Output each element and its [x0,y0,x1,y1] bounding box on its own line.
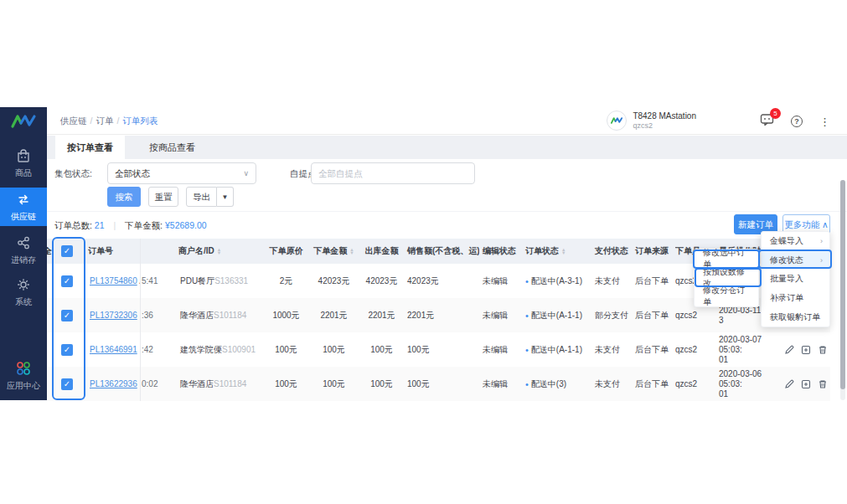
submenu-arrow-icon: › [820,256,823,265]
order-link[interactable]: PL13646991 [90,345,137,354]
copy-icon[interactable] [801,379,811,389]
breadcrumb: 供应链/订单/订单列表 [60,116,158,127]
table-row: ✓ PL13622936 0:02 隆华酒店S101184 100元 100元 … [47,367,830,401]
col-orig-price[interactable]: 下单原价 [262,239,310,264]
more-functions-menu: 金蝶导入› 修改状态› 批量导入 补录订单 获取银豹订单 [761,231,830,327]
table-row: ✓ PL13646991 :42 建筑学院傈S100901 100元 100元 … [47,332,830,367]
summary-row: 订单总数: 21 | 下单金额: ¥52689.00 [54,220,207,232]
package-status-select[interactable]: 全部状态 ∨ [107,162,256,184]
gear-icon [0,276,47,295]
col-outbound-amount[interactable]: 出库金额 [358,239,405,264]
menu-item-supplement-order[interactable]: 补录订单 [762,289,829,308]
sort-icon[interactable]: ▲▼ [217,248,221,255]
edit-icon[interactable] [784,345,794,355]
user-account: qzcs2 [633,121,696,130]
sort-icon[interactable]: ▲▼ [561,248,566,255]
sidebar-item-label: 进销存 [11,255,36,265]
row-checkbox[interactable]: ✓ [61,378,73,390]
sidebar-item-app-center[interactable]: 应用中心 [0,357,47,397]
status-dot: • [525,276,529,286]
col-sales[interactable]: 销售额(不含税、运) [405,239,479,264]
row-checkbox[interactable]: ✓ [61,310,73,321]
col-order-no[interactable]: 订单号 [88,239,141,264]
sidebar-item-inventory[interactable]: 进销存 [0,231,47,270]
package-status-value: 全部状态 [115,168,150,178]
reset-button[interactable]: 重置 [148,187,178,207]
col-order-time-clipped [141,239,178,264]
export-button[interactable]: 导出 [186,187,217,207]
sidebar: 商品 供应链 进销存 系统 [0,107,47,400]
order-link[interactable]: PL13622936 [90,379,137,388]
sidebar-item-goods[interactable]: 商品 [0,144,47,184]
order-time-clipped: :36 [141,298,178,332]
view-tabs: 按订单查看 按商品查看 [47,136,847,159]
order-link[interactable]: PL13754860 [90,276,137,285]
edit-icon[interactable] [784,379,794,389]
menu-item-fetch-pospal-orders[interactable]: 获取银豹订单 [762,307,829,327]
modify-status-submenu: 修改选中订单 按预设数修改 修改分仓订单 [694,249,759,307]
delete-icon[interactable] [818,379,828,389]
export-dropdown-caret[interactable]: ▼ [217,187,234,207]
app-window: 商品 供应链 进销存 系统 [0,107,847,400]
copy-icon[interactable] [801,345,811,355]
select-all-cell: 全 ✓ [47,239,88,264]
menu-item-kingdee-import[interactable]: 金蝶导入› [762,232,829,251]
order-total-label: 订单总数: [54,220,92,230]
top-icons: 5 ? ⋮ [760,113,830,130]
col-order-amount[interactable]: 下单金额▲▼ [310,239,358,264]
select-all-checkbox[interactable]: ✓ [61,245,73,257]
menu-item-batch-import[interactable]: 批量导入 [762,270,829,289]
tab-by-order[interactable]: 按订单查看 [55,136,125,159]
messages-button[interactable]: 5 [760,113,774,130]
row-checkbox[interactable]: ✓ [61,275,73,287]
breadcrumb-order-list: 订单列表 [122,116,158,126]
breadcrumb-order[interactable]: 订单 [96,116,113,126]
sidebar-item-label: 应用中心 [7,381,40,390]
col-edit-status[interactable]: 编辑状态 [479,239,523,264]
kebab-menu-icon[interactable]: ⋮ [819,116,830,128]
sort-icon[interactable]: ▲▼ [349,248,354,255]
scrollbar-thumb[interactable] [840,180,845,389]
app-center-circles-icon [0,360,47,378]
col-merchant[interactable]: 商户名/ID▲▼ [178,239,262,264]
status-dot: • [525,379,529,389]
order-link[interactable]: PL13732306 [90,311,137,320]
sidebar-item-supply-chain[interactable]: 供应链 [0,188,47,226]
user-name: T8428 MAstation [633,111,696,121]
breadcrumb-supply-chain[interactable]: 供应链 [60,116,87,126]
package-status-label: 集包状态: [54,168,92,180]
status-dot: • [525,311,529,321]
col-pay-status[interactable]: 支付状态 [590,239,633,264]
submenu-arrow-icon: › [820,237,823,245]
sidebar-item-system[interactable]: 系统 [0,273,47,311]
order-time-clipped: 5:41 [141,264,178,298]
chevron-down-icon: ∨ [243,163,249,183]
delete-icon[interactable] [818,345,828,355]
order-time-clipped: :42 [141,332,178,367]
search-button[interactable]: 搜索 [107,187,141,207]
top-bar: 供应链/订单/订单列表 T8428 MAstation qzcs2 5 ? ⋮ [47,107,847,135]
sidebar-item-label: 供应链 [11,212,36,221]
help-icon[interactable]: ? [791,116,803,127]
app-logo-icon [0,112,47,134]
exchange-arrows-icon [0,191,47,209]
pickup-point-input[interactable] [311,162,475,184]
sidebar-item-label: 系统 [15,297,32,306]
submenu-item-modify-split-warehouse-orders[interactable]: 修改分仓订单 [695,287,758,306]
order-amount-value: ¥52689.00 [165,220,207,230]
avatar[interactable] [607,111,627,131]
order-amount-label: 下单金额: [125,220,163,230]
vertical-scrollbar[interactable] [840,180,845,400]
status-dot: • [525,345,529,355]
order-total-value: 21 [95,220,105,230]
menu-item-modify-status[interactable]: 修改状态› [762,251,829,270]
col-source[interactable]: 订单来源 [633,239,675,264]
user-cluster[interactable]: T8428 MAstation qzcs2 [607,111,696,131]
message-badge: 5 [770,108,781,119]
col-order-status[interactable]: 订单状态▲▼ [523,239,590,264]
tab-by-product[interactable]: 按商品查看 [137,136,207,159]
screenshot-canvas: 商品 供应链 进销存 系统 [0,0,847,504]
section-divider [47,211,847,212]
order-time-clipped: 0:02 [141,367,178,401]
row-checkbox[interactable]: ✓ [61,344,73,356]
